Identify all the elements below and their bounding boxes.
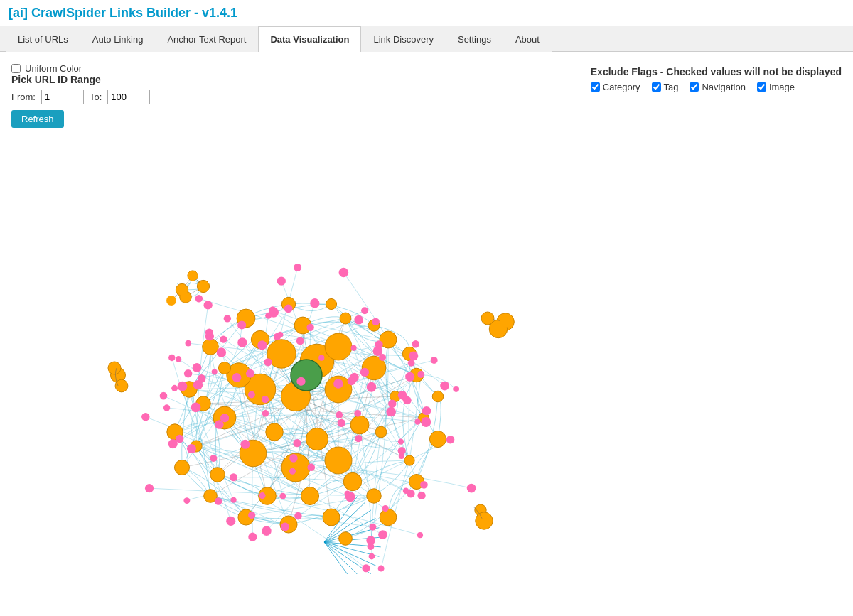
uniform-color-label: Uniform Color xyxy=(25,63,82,74)
graph-canvas xyxy=(11,134,836,574)
tab-about[interactable]: About xyxy=(503,26,552,52)
exclude-flags-title: Exclude Flags - Checked values will not … xyxy=(591,66,842,77)
flag-category-checkbox[interactable] xyxy=(591,82,600,92)
tab-link-discovery[interactable]: Link Discovery xyxy=(361,26,446,52)
from-input[interactable] xyxy=(41,90,84,104)
tab-settings[interactable]: Settings xyxy=(446,26,503,52)
flag-navigation: Navigation xyxy=(690,82,745,92)
tab-bar: List of URLs Auto Linking Anchor Text Re… xyxy=(0,26,853,52)
uniform-color-checkbox[interactable] xyxy=(11,64,21,73)
tab-auto-linking[interactable]: Auto Linking xyxy=(80,26,156,52)
url-range-section: Pick URL ID Range From: To: xyxy=(11,74,150,104)
exclude-flags-list: Category Tag Navigation Image xyxy=(591,82,842,92)
flag-tag: Tag xyxy=(652,82,679,92)
url-range-label: Pick URL ID Range xyxy=(11,74,150,85)
content-area: Uniform Color Pick URL ID Range From: To… xyxy=(0,52,853,600)
controls-row: Uniform Color Pick URL ID Range From: To… xyxy=(11,63,842,128)
url-range-inputs: From: To: xyxy=(11,90,150,104)
tab-data-visualization[interactable]: Data Visualization xyxy=(258,26,361,52)
flag-category: Category xyxy=(591,82,640,92)
to-label: To: xyxy=(90,92,102,102)
flag-tag-checkbox[interactable] xyxy=(652,82,661,92)
flag-navigation-label: Navigation xyxy=(702,82,745,92)
flag-image-checkbox[interactable] xyxy=(757,82,766,92)
flag-tag-label: Tag xyxy=(664,82,679,92)
flag-image-label: Image xyxy=(769,82,795,92)
left-controls: Uniform Color Pick URL ID Range From: To… xyxy=(11,63,150,128)
from-label: From: xyxy=(11,92,36,102)
tab-list-of-urls[interactable]: List of URLs xyxy=(6,26,80,52)
tab-anchor-text-report[interactable]: Anchor Text Report xyxy=(155,26,258,52)
flag-category-label: Category xyxy=(603,82,640,92)
right-controls: Exclude Flags - Checked values will not … xyxy=(591,63,842,92)
app-title: [ai] CrawlSpider Links Builder - v1.4.1 xyxy=(0,0,853,26)
visualization-area xyxy=(11,134,842,588)
flag-navigation-checkbox[interactable] xyxy=(690,82,699,92)
refresh-button[interactable]: Refresh xyxy=(11,110,64,128)
to-input[interactable] xyxy=(107,90,150,104)
flag-image: Image xyxy=(757,82,795,92)
uniform-color-row: Uniform Color xyxy=(11,63,150,74)
